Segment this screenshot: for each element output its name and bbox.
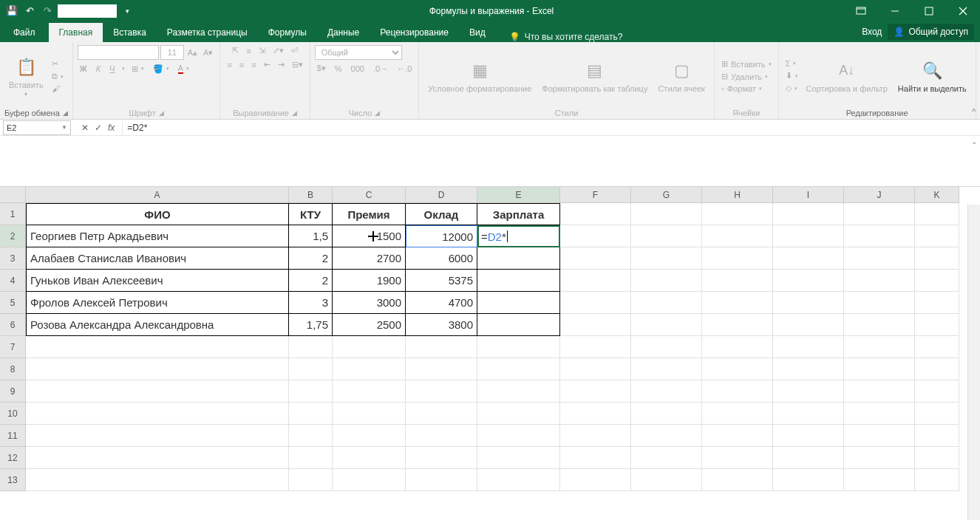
cell-G5[interactable]	[631, 292, 702, 314]
font-size-input[interactable]	[160, 45, 184, 60]
cell-K2[interactable]	[915, 225, 959, 247]
cell-B13[interactable]	[289, 469, 333, 491]
copy-button[interactable]: ⧉▾	[50, 71, 66, 82]
cell-D3[interactable]: 6000	[406, 247, 477, 270]
cell-F4[interactable]	[560, 270, 631, 292]
tab-page-layout[interactable]: Разметка страницы	[157, 23, 258, 42]
cell-K3[interactable]	[915, 247, 959, 270]
cell-E2[interactable]: =D2*	[477, 225, 560, 247]
cell-J10[interactable]	[844, 403, 915, 425]
cell-J12[interactable]	[844, 447, 915, 469]
redo-icon[interactable]: ↷	[40, 4, 55, 18]
cell-C2[interactable]: 1500	[333, 225, 406, 247]
cell-K6[interactable]	[915, 314, 959, 336]
cell-B8[interactable]	[289, 358, 333, 380]
cancel-formula-icon[interactable]: ✕	[81, 123, 89, 133]
cell-F7[interactable]	[560, 336, 631, 358]
clear-button[interactable]: ◇▾	[783, 83, 800, 94]
maximize-icon[interactable]	[912, 0, 946, 21]
cell-G12[interactable]	[631, 447, 702, 469]
accounting-format-icon[interactable]: $▾	[315, 63, 328, 74]
cell-C3[interactable]: 2700	[333, 247, 406, 270]
cell-F13[interactable]	[560, 469, 631, 491]
cell-K5[interactable]	[915, 292, 959, 314]
fx-icon[interactable]: fx	[108, 123, 115, 133]
wrap-text-icon[interactable]: ⏎	[289, 45, 300, 56]
cell-K4[interactable]	[915, 270, 959, 292]
cell-E12[interactable]	[477, 447, 560, 469]
cell-J5[interactable]	[844, 292, 915, 314]
cell-C5[interactable]: 3000	[333, 292, 406, 314]
cell-B10[interactable]	[289, 403, 333, 425]
tab-review[interactable]: Рецензирование	[370, 23, 459, 42]
cell-E9[interactable]	[477, 380, 560, 403]
cell-K9[interactable]	[915, 380, 959, 403]
tab-data[interactable]: Данные	[317, 23, 370, 42]
column-header-F[interactable]: F	[560, 187, 631, 203]
delete-cells-button[interactable]: ⊟Удалить▾	[719, 71, 774, 82]
undo-icon[interactable]: ↶	[22, 4, 37, 18]
row-header-6[interactable]: 6	[0, 314, 26, 336]
borders-icon[interactable]: ⊞▾	[129, 64, 146, 75]
percent-format-icon[interactable]: %	[333, 63, 344, 74]
cell-H6[interactable]	[702, 314, 773, 336]
cell-J9[interactable]	[844, 380, 915, 403]
find-select-button[interactable]: 🔍 Найти и выделить	[894, 58, 971, 95]
cell-D10[interactable]	[406, 403, 477, 425]
cell-I5[interactable]	[773, 292, 844, 314]
cell-A13[interactable]	[26, 469, 289, 491]
cell-I2[interactable]	[773, 225, 844, 247]
cell-K10[interactable]	[915, 403, 959, 425]
tab-file[interactable]: Файл	[0, 23, 49, 42]
cell-G8[interactable]	[631, 358, 702, 380]
cell-B4[interactable]: 2	[289, 270, 333, 292]
launcher-icon[interactable]: ◢	[63, 109, 68, 117]
increase-indent-icon[interactable]: ⇥	[276, 59, 287, 70]
formula-bar-input[interactable]: =D2*	[123, 121, 152, 134]
cell-I6[interactable]	[773, 314, 844, 336]
cell-F9[interactable]	[560, 380, 631, 403]
tab-home[interactable]: Главная	[49, 23, 103, 42]
cell-G2[interactable]	[631, 225, 702, 247]
cell-C9[interactable]	[333, 380, 406, 403]
cell-D8[interactable]	[406, 358, 477, 380]
row-header-5[interactable]: 5	[0, 292, 26, 314]
tab-formulas[interactable]: Формулы	[258, 23, 317, 42]
cell-D9[interactable]	[406, 380, 477, 403]
align-left-icon[interactable]: ≡	[225, 59, 234, 70]
cell-A7[interactable]	[26, 336, 289, 358]
cell-E6[interactable]	[477, 314, 560, 336]
row-header-13[interactable]: 13	[0, 469, 26, 491]
cell-E1[interactable]: Зарплата	[477, 203, 560, 225]
cell-G1[interactable]	[631, 203, 702, 225]
cell-A2[interactable]: Георгиев Петр Аркадьевич	[26, 225, 289, 247]
cell-J13[interactable]	[844, 469, 915, 491]
cell-K13[interactable]	[915, 469, 959, 491]
cell-F11[interactable]	[560, 425, 631, 447]
bold-button[interactable]: Ж	[78, 64, 89, 74]
column-header-E[interactable]: E	[477, 187, 560, 203]
format-painter-button[interactable]: 🖌	[50, 83, 66, 94]
cell-C13[interactable]	[333, 469, 406, 491]
cell-D7[interactable]	[406, 336, 477, 358]
cell-B12[interactable]	[289, 447, 333, 469]
cell-H12[interactable]	[702, 447, 773, 469]
cell-G4[interactable]	[631, 270, 702, 292]
cell-J6[interactable]	[844, 314, 915, 336]
cell-D12[interactable]	[406, 447, 477, 469]
cell-H7[interactable]	[702, 336, 773, 358]
cell-H3[interactable]	[702, 247, 773, 270]
qat-input[interactable]	[58, 4, 117, 18]
column-header-B[interactable]: B	[289, 187, 333, 203]
cell-A5[interactable]: Фролов Алексей Петрович	[26, 292, 289, 314]
cell-B3[interactable]: 2	[289, 247, 333, 270]
cell-E3[interactable]	[477, 247, 560, 270]
row-header-11[interactable]: 11	[0, 425, 26, 447]
column-header-G[interactable]: G	[631, 187, 702, 203]
row-header-9[interactable]: 9	[0, 380, 26, 403]
cell-A9[interactable]	[26, 380, 289, 403]
minimize-icon[interactable]	[878, 0, 912, 21]
cell-J4[interactable]	[844, 270, 915, 292]
cell-K11[interactable]	[915, 425, 959, 447]
cell-C6[interactable]: 2500	[333, 314, 406, 336]
